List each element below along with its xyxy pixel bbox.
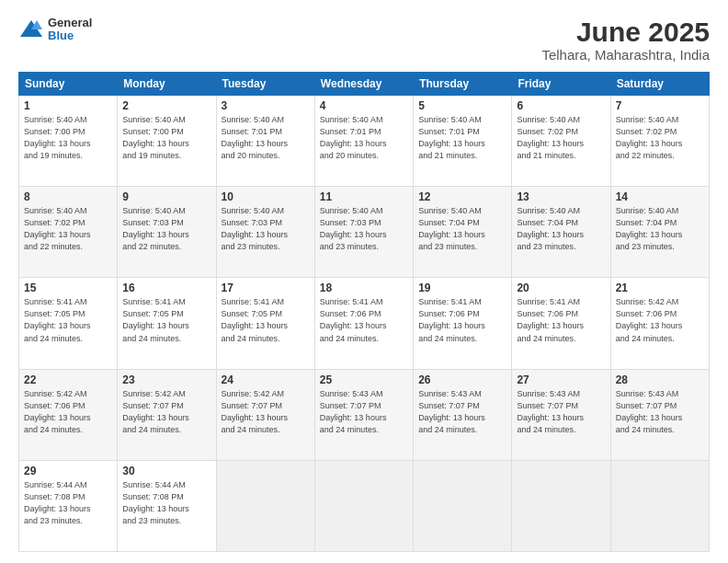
day-number: 20 — [517, 282, 605, 294]
col-saturday: Saturday — [610, 73, 709, 96]
day-number: 29 — [24, 465, 112, 477]
day-info: Sunrise: 5:43 AMSunset: 7:07 PMDaylight:… — [418, 388, 506, 436]
table-row: 5Sunrise: 5:40 AMSunset: 7:01 PMDaylight… — [414, 96, 512, 187]
table-row — [314, 460, 413, 551]
day-info: Sunrise: 5:41 AMSunset: 7:06 PMDaylight:… — [320, 296, 408, 344]
day-number: 10 — [222, 190, 310, 203]
table-row: 9Sunrise: 5:40 AMSunset: 7:03 PMDaylight… — [118, 187, 216, 278]
day-number: 9 — [122, 190, 210, 203]
day-info: Sunrise: 5:40 AMSunset: 7:01 PMDaylight:… — [418, 114, 506, 162]
day-info: Sunrise: 5:40 AMSunset: 7:02 PMDaylight:… — [24, 205, 112, 253]
day-number: 28 — [616, 373, 704, 386]
day-info: Sunrise: 5:41 AMSunset: 7:06 PMDaylight:… — [517, 296, 605, 344]
calendar-table: Sunday Monday Tuesday Wednesday Thursday… — [18, 72, 710, 552]
table-row — [414, 460, 512, 551]
table-row: 8Sunrise: 5:40 AMSunset: 7:02 PMDaylight… — [19, 187, 118, 278]
day-info: Sunrise: 5:42 AMSunset: 7:07 PMDaylight:… — [222, 388, 310, 436]
day-number: 14 — [616, 190, 704, 203]
day-number: 5 — [418, 99, 506, 112]
day-info: Sunrise: 5:44 AMSunset: 7:08 PMDaylight:… — [24, 479, 112, 527]
table-row — [216, 460, 314, 551]
day-number: 16 — [122, 282, 210, 294]
table-row: 28Sunrise: 5:43 AMSunset: 7:07 PMDayligh… — [610, 369, 709, 460]
table-row: 12Sunrise: 5:40 AMSunset: 7:04 PMDayligh… — [414, 187, 512, 278]
day-number: 4 — [320, 99, 408, 112]
day-info: Sunrise: 5:44 AMSunset: 7:08 PMDaylight:… — [122, 479, 210, 527]
day-number: 26 — [418, 373, 506, 386]
day-number: 30 — [122, 465, 210, 477]
day-info: Sunrise: 5:40 AMSunset: 7:03 PMDaylight:… — [122, 205, 210, 253]
col-wednesday: Wednesday — [314, 73, 413, 96]
table-row: 15Sunrise: 5:41 AMSunset: 7:05 PMDayligh… — [19, 278, 118, 369]
table-row: 20Sunrise: 5:41 AMSunset: 7:06 PMDayligh… — [512, 278, 610, 369]
day-info: Sunrise: 5:40 AMSunset: 7:00 PMDaylight:… — [24, 114, 112, 162]
table-row: 2Sunrise: 5:40 AMSunset: 7:00 PMDaylight… — [118, 96, 216, 187]
day-number: 24 — [222, 373, 310, 386]
title-block: June 2025 Telhara, Maharashtra, India — [541, 17, 710, 63]
day-info: Sunrise: 5:41 AMSunset: 7:05 PMDaylight:… — [222, 296, 310, 344]
header: General Blue June 2025 Telhara, Maharash… — [18, 17, 710, 63]
table-row: 30Sunrise: 5:44 AMSunset: 7:08 PMDayligh… — [118, 460, 216, 551]
day-info: Sunrise: 5:40 AMSunset: 7:03 PMDaylight:… — [222, 205, 310, 253]
table-row: 1Sunrise: 5:40 AMSunset: 7:00 PMDaylight… — [19, 96, 118, 187]
day-number: 17 — [222, 282, 310, 294]
day-info: Sunrise: 5:40 AMSunset: 7:03 PMDaylight:… — [320, 205, 408, 253]
day-info: Sunrise: 5:43 AMSunset: 7:07 PMDaylight:… — [616, 388, 704, 436]
day-number: 18 — [320, 282, 408, 294]
day-info: Sunrise: 5:40 AMSunset: 7:04 PMDaylight:… — [418, 205, 506, 253]
day-number: 6 — [517, 99, 605, 112]
day-info: Sunrise: 5:41 AMSunset: 7:05 PMDaylight:… — [122, 296, 210, 344]
table-row: 29Sunrise: 5:44 AMSunset: 7:08 PMDayligh… — [19, 460, 118, 551]
page: General Blue June 2025 Telhara, Maharash… — [0, 0, 728, 563]
day-number: 12 — [418, 190, 506, 203]
day-info: Sunrise: 5:41 AMSunset: 7:06 PMDaylight:… — [418, 296, 506, 344]
day-number: 15 — [24, 282, 112, 294]
logo: General Blue — [18, 17, 92, 43]
table-row: 6Sunrise: 5:40 AMSunset: 7:02 PMDaylight… — [512, 96, 610, 187]
table-row: 26Sunrise: 5:43 AMSunset: 7:07 PMDayligh… — [414, 369, 512, 460]
day-info: Sunrise: 5:40 AMSunset: 7:00 PMDaylight:… — [122, 114, 210, 162]
day-number: 1 — [24, 99, 112, 112]
table-row: 24Sunrise: 5:42 AMSunset: 7:07 PMDayligh… — [216, 369, 314, 460]
day-number: 13 — [517, 190, 605, 203]
day-number: 7 — [616, 99, 704, 112]
table-row: 16Sunrise: 5:41 AMSunset: 7:05 PMDayligh… — [118, 278, 216, 369]
day-number: 25 — [320, 373, 408, 386]
day-number: 27 — [517, 373, 605, 386]
col-friday: Friday — [512, 73, 610, 96]
logo-general: General — [48, 17, 92, 29]
day-number: 3 — [222, 99, 310, 112]
day-info: Sunrise: 5:41 AMSunset: 7:05 PMDaylight:… — [24, 296, 112, 344]
table-row: 4Sunrise: 5:40 AMSunset: 7:01 PMDaylight… — [314, 96, 413, 187]
day-info: Sunrise: 5:40 AMSunset: 7:02 PMDaylight:… — [517, 114, 605, 162]
col-tuesday: Tuesday — [216, 73, 314, 96]
day-info: Sunrise: 5:40 AMSunset: 7:01 PMDaylight:… — [222, 114, 310, 162]
table-row: 11Sunrise: 5:40 AMSunset: 7:03 PMDayligh… — [314, 187, 413, 278]
table-row: 22Sunrise: 5:42 AMSunset: 7:06 PMDayligh… — [19, 369, 118, 460]
col-sunday: Sunday — [19, 73, 118, 96]
day-number: 2 — [122, 99, 210, 112]
day-info: Sunrise: 5:40 AMSunset: 7:04 PMDaylight:… — [616, 205, 704, 253]
day-number: 11 — [320, 190, 408, 203]
table-row: 7Sunrise: 5:40 AMSunset: 7:02 PMDaylight… — [610, 96, 709, 187]
day-number: 21 — [616, 282, 704, 294]
day-number: 23 — [122, 373, 210, 386]
col-thursday: Thursday — [414, 73, 512, 96]
table-row: 10Sunrise: 5:40 AMSunset: 7:03 PMDayligh… — [216, 187, 314, 278]
logo-icon — [18, 17, 44, 42]
calendar-subtitle: Telhara, Maharashtra, India — [541, 47, 710, 63]
col-monday: Monday — [118, 73, 216, 96]
day-number: 8 — [24, 190, 112, 203]
table-row: 19Sunrise: 5:41 AMSunset: 7:06 PMDayligh… — [414, 278, 512, 369]
table-row: 27Sunrise: 5:43 AMSunset: 7:07 PMDayligh… — [512, 369, 610, 460]
table-row: 18Sunrise: 5:41 AMSunset: 7:06 PMDayligh… — [314, 278, 413, 369]
day-info: Sunrise: 5:42 AMSunset: 7:07 PMDaylight:… — [122, 388, 210, 436]
table-row: 23Sunrise: 5:42 AMSunset: 7:07 PMDayligh… — [118, 369, 216, 460]
day-info: Sunrise: 5:40 AMSunset: 7:02 PMDaylight:… — [616, 114, 704, 162]
table-row: 25Sunrise: 5:43 AMSunset: 7:07 PMDayligh… — [314, 369, 413, 460]
day-info: Sunrise: 5:40 AMSunset: 7:01 PMDaylight:… — [320, 114, 408, 162]
day-info: Sunrise: 5:43 AMSunset: 7:07 PMDaylight:… — [320, 388, 408, 436]
table-row: 17Sunrise: 5:41 AMSunset: 7:05 PMDayligh… — [216, 278, 314, 369]
table-row — [610, 460, 709, 551]
day-info: Sunrise: 5:42 AMSunset: 7:06 PMDaylight:… — [616, 296, 704, 344]
